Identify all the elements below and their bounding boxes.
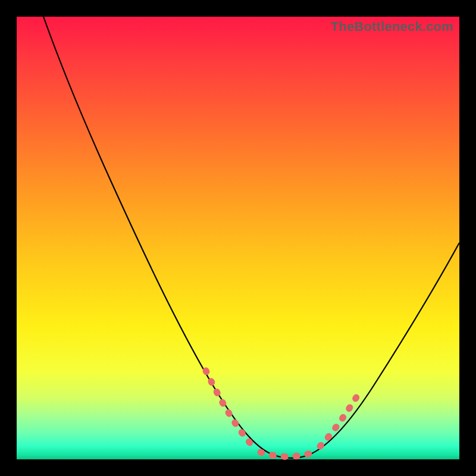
bottleneck-curve [43,17,459,458]
chart-plot-area: TheBottleneck.com [17,17,459,459]
highlight-left-dots [206,371,252,445]
highlight-right-dots [320,396,357,446]
chart-svg [17,17,459,459]
chart-frame: TheBottleneck.com [0,0,476,476]
